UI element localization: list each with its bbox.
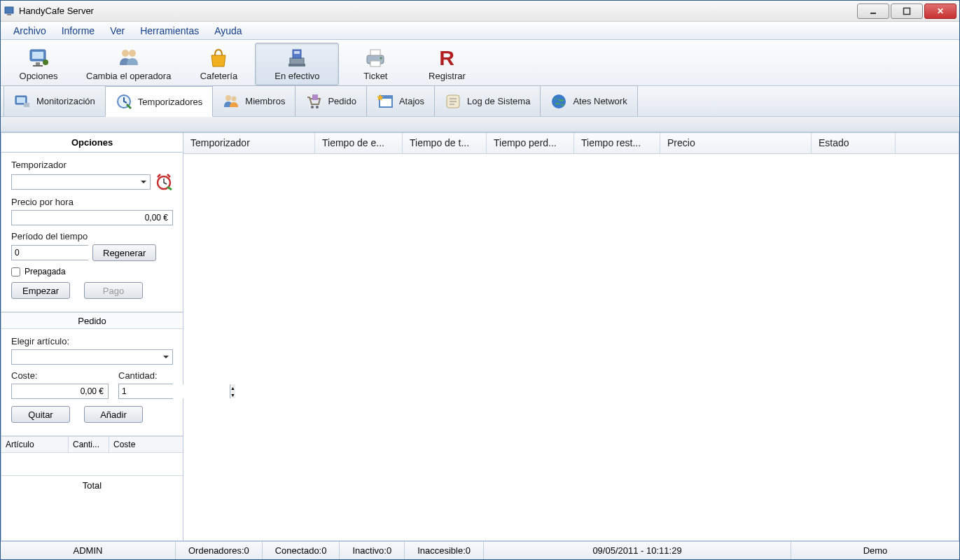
tb-en-efectivo[interactable]: En efectivo: [255, 43, 339, 85]
precio-label: Precio por hora: [11, 197, 173, 207]
temporizador-select[interactable]: [11, 174, 151, 190]
svg-rect-13: [294, 51, 300, 54]
main-col-3[interactable]: Tiempo perd...: [487, 133, 574, 153]
svg-rect-14: [288, 64, 305, 66]
col-articulo[interactable]: Artículo: [1, 437, 69, 452]
menu-informe[interactable]: Informe: [55, 23, 102, 38]
tab-log-sistema[interactable]: Log de Sistema: [434, 85, 541, 116]
menubar: Archivo Informe Ver Herramientas Ayuda: [1, 22, 959, 40]
letter-r-icon: R: [436, 47, 458, 69]
articulo-select[interactable]: [11, 349, 173, 365]
main-col-0[interactable]: Temporizador: [183, 133, 315, 153]
table-header: TemporizadorTiempo de e...Tiempo de t...…: [183, 133, 959, 154]
svg-point-34: [552, 94, 566, 108]
svg-rect-16: [370, 50, 380, 55]
cantidad-label: Cantidad:: [118, 370, 173, 381]
main-col-6[interactable]: Estado: [812, 133, 896, 153]
app-icon: [4, 6, 15, 17]
svg-point-26: [311, 106, 314, 108]
col-coste[interactable]: Coste: [109, 437, 183, 452]
cart-icon: [305, 93, 322, 110]
tab-label: Atajos: [399, 96, 424, 106]
svg-rect-3: [904, 8, 910, 14]
status-datetime: 09/05/2011 - 10:11:29: [484, 542, 791, 559]
tab-temporizadores[interactable]: Temporizadores: [105, 86, 214, 117]
svg-point-10: [129, 50, 136, 57]
quitar-button[interactable]: Quitar: [11, 406, 70, 423]
tb-opciones[interactable]: Opciones: [4, 43, 74, 85]
tab-label: Miembros: [245, 96, 285, 106]
tab-atajos[interactable]: Atajos: [366, 85, 435, 116]
prepagada-checkbox[interactable]: [11, 267, 20, 276]
content-area: Opciones Temporizador Precio por hora Pe…: [1, 132, 959, 541]
pedido-header: Pedido: [1, 312, 183, 329]
periodo-spinner[interactable]: ▲▼: [11, 245, 88, 260]
minimize-button[interactable]: [857, 4, 889, 19]
periodo-label: Período del tiempo: [11, 231, 173, 241]
status-conectado: Conectado: 0: [263, 542, 340, 559]
menu-ayuda[interactable]: Ayuda: [207, 23, 249, 38]
window-star-icon: [377, 93, 394, 110]
main-col-5[interactable]: Precio: [660, 133, 812, 153]
tab-monitorizacion[interactable]: Monitorización: [4, 85, 106, 116]
menu-archivo[interactable]: Archivo: [6, 23, 53, 38]
cantidad-spinner[interactable]: ▲▼: [118, 384, 173, 399]
printer-icon: [364, 47, 387, 69]
tb-label: Opciones: [20, 71, 58, 81]
empezar-button[interactable]: Empezar: [11, 282, 70, 299]
menu-ver[interactable]: Ver: [103, 23, 132, 38]
elegir-label: Elegir artículo:: [11, 336, 173, 346]
regenerar-button[interactable]: Regenerar: [92, 244, 156, 261]
svg-rect-7: [33, 65, 43, 66]
tab-pedido[interactable]: Pedido: [295, 85, 366, 116]
svg-rect-0: [5, 7, 13, 13]
opciones-header: Opciones: [1, 133, 183, 153]
close-button[interactable]: ✕: [924, 4, 956, 19]
maximize-button[interactable]: [891, 4, 923, 19]
titlebar[interactable]: HandyCafe Server ✕: [1, 1, 959, 22]
tb-label: Cambia el operadora: [86, 71, 171, 81]
main-col-4[interactable]: Tiempo rest...: [574, 133, 660, 153]
svg-text:R: R: [440, 47, 455, 69]
svg-point-24: [225, 95, 231, 101]
svg-point-9: [122, 50, 129, 57]
svg-rect-28: [312, 94, 318, 100]
temporizador-label: Temporizador: [11, 160, 173, 170]
pago-button[interactable]: Pago: [84, 282, 143, 299]
clock-icon: [116, 93, 132, 110]
main-col-2[interactable]: Tiempo de t...: [403, 133, 487, 153]
menu-herramientas[interactable]: Herramientas: [133, 23, 206, 38]
svg-rect-6: [36, 62, 40, 65]
coste-label: Coste:: [11, 370, 109, 381]
scroll-icon: [445, 93, 461, 110]
tab-ates-network[interactable]: Ates Network: [540, 85, 637, 116]
monitor-net-icon: [14, 93, 31, 110]
users-icon: [118, 47, 140, 69]
table-body[interactable]: [183, 154, 959, 540]
svg-point-18: [380, 57, 382, 59]
tb-ticket[interactable]: Ticket: [340, 43, 410, 85]
coste-input[interactable]: [11, 384, 109, 399]
svg-point-27: [316, 106, 319, 108]
main-table: TemporizadorTiempo de e...Tiempo de t...…: [183, 133, 959, 540]
svg-point-8: [43, 59, 48, 65]
tab-miembros[interactable]: Miembros: [212, 85, 295, 116]
prepagada-label: Prepagada: [25, 267, 66, 276]
alarm-clock-icon[interactable]: [155, 173, 173, 191]
tb-cafeteria[interactable]: Cafetería: [183, 43, 253, 85]
svg-rect-21: [17, 97, 25, 103]
precio-input[interactable]: [11, 210, 173, 225]
window-controls: ✕: [856, 4, 956, 19]
col-cantidad[interactable]: Canti...: [69, 437, 109, 452]
tb-cambia-operadora[interactable]: Cambia el operadora: [75, 43, 182, 85]
svg-point-25: [232, 96, 237, 101]
main-col-1[interactable]: Tiempo de e...: [315, 133, 403, 153]
app-window: HandyCafe Server ✕ Archivo Informe Ver H…: [0, 0, 960, 560]
tab-label: Temporizadores: [138, 97, 203, 107]
articulo-table: Artículo Canti... Coste: [1, 436, 183, 475]
svg-rect-5: [32, 52, 43, 59]
anadir-button[interactable]: Añadir: [84, 406, 143, 423]
status-mode: Demo: [791, 542, 959, 559]
toolbar: Opciones Cambia el operadora Cafetería E…: [1, 40, 959, 86]
tb-registrar[interactable]: R Registrar: [412, 43, 482, 85]
